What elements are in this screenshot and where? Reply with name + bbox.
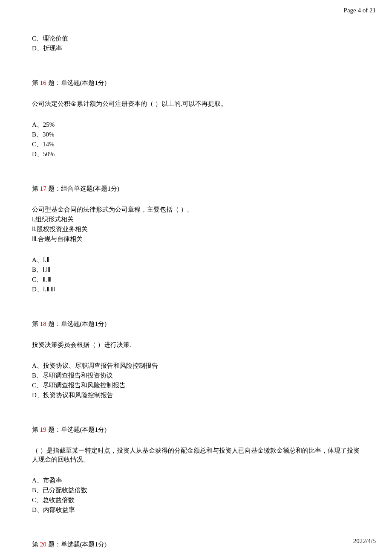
option-b: B、30%	[32, 130, 360, 139]
options-list: A、投资协议、尽职调查报告和风险控制报告 B、尽职调查报告和投资协议 C、尽职调…	[32, 361, 360, 400]
question-header: 第 17 题：组合单选题(本题1分)	[32, 184, 360, 193]
question-17: 第 17 题：组合单选题(本题1分) 公司型基金合同的法律形式为公司章程，主要包…	[32, 184, 360, 294]
q-number: 16	[40, 79, 46, 86]
q-prefix: 第	[32, 426, 40, 433]
option-d: D、Ⅰ.Ⅱ.Ⅲ	[32, 285, 360, 294]
q-suffix: 题：单选题(本题1分)	[46, 79, 107, 86]
question-header: 第 20 题：单选题(本题1分)	[32, 540, 360, 549]
question-header: 第 18 题：单选题(本题1分)	[32, 320, 360, 328]
option-c: C、理论价值	[32, 34, 360, 43]
q-suffix: 题：单选题(本题1分)	[46, 426, 107, 433]
options-list: A、市盈率 B、已分配收益倍数 C、总收益倍数 D、内部收益率	[32, 476, 360, 514]
question-16: 第 16 题：单选题(本题1分) 公司法定公积金累计额为公司注册资本的（ ）以上…	[32, 78, 360, 159]
q-prefix: 第	[32, 79, 40, 86]
question-stem: 公司型基金合同的法律形式为公司章程，主要包括（ ）。 Ⅰ.组织形式相关 Ⅱ.股权…	[32, 205, 360, 244]
option-b: B、Ⅰ.Ⅲ	[32, 265, 360, 274]
page-footer: 2022/4/5	[353, 537, 376, 546]
question-20: 第 20 题：单选题(本题1分) （ ）年，中共中央国务院发布了《关于加速科学技…	[32, 540, 360, 555]
q-number: 17	[40, 185, 46, 192]
options-list: A、Ⅰ.Ⅱ B、Ⅰ.Ⅲ C、Ⅱ.Ⅲ D、Ⅰ.Ⅱ.Ⅲ	[32, 256, 360, 294]
option-c: C、Ⅱ.Ⅲ	[32, 275, 360, 284]
page-header: Page 4 of 21	[344, 6, 376, 15]
stem-text: 公司型基金合同的法律形式为公司章程，主要包括（ ）。	[32, 205, 360, 214]
option-c: C、尽职调查报告和风险控制报告	[32, 381, 360, 390]
option-a: A、25%	[32, 120, 360, 129]
option-d: D、50%	[32, 150, 360, 159]
stem-text: 投资决策委员会根据（ ）进行决策.	[32, 340, 360, 349]
q-number: 19	[40, 426, 46, 433]
question-stem: （ ）是指截至某一特定时点，投资人从基金获得的分配金额总和与投资人已向基金缴款金…	[32, 446, 360, 464]
stem-text: Ⅰ.组织形式相关	[32, 215, 360, 224]
q-number: 20	[40, 541, 46, 548]
option-d: D、折现率	[32, 44, 360, 53]
options-list: A、25% B、30% C、14% D、50%	[32, 120, 360, 159]
page-number: Page 4 of 21	[344, 7, 376, 14]
stem-text: Ⅲ.合规与自律相关	[32, 235, 360, 244]
stem-text: （ ）是指截至某一特定时点，投资人从基金获得的分配金额总和与投资人已向基金缴款金…	[32, 446, 360, 464]
option-c: C、14%	[32, 140, 360, 149]
option-b: B、已分配收益倍数	[32, 486, 360, 495]
question-stem: 公司法定公积金累计额为公司注册资本的（ ）以上的,可以不再提取。	[32, 99, 360, 108]
question-stem: 投资决策委员会根据（ ）进行决策.	[32, 340, 360, 349]
question-header: 第 19 题：单选题(本题1分)	[32, 425, 360, 434]
question-19: 第 19 题：单选题(本题1分) （ ）是指截至某一特定时点，投资人从基金获得的…	[32, 425, 360, 514]
q-suffix: 题：组合单选题(本题1分)	[46, 185, 119, 192]
q-prefix: 第	[32, 541, 40, 548]
option-d: D、内部收益率	[32, 506, 360, 514]
option-a: A、Ⅰ.Ⅱ	[32, 256, 360, 264]
option-c: C、总收益倍数	[32, 496, 360, 505]
q-prefix: 第	[32, 185, 40, 192]
page-content: C、理论价值 D、折现率 第 16 题：单选题(本题1分) 公司法定公积金累计额…	[0, 0, 392, 555]
question-18: 第 18 题：单选题(本题1分) 投资决策委员会根据（ ）进行决策. A、投资协…	[32, 320, 360, 400]
q-suffix: 题：单选题(本题1分)	[46, 320, 107, 327]
q-suffix: 题：单选题(本题1分)	[46, 541, 107, 548]
option-b: B、尽职调查报告和投资协议	[32, 371, 360, 380]
footer-date: 2022/4/5	[353, 538, 376, 544]
q-number: 18	[40, 320, 46, 327]
question-header: 第 16 题：单选题(本题1分)	[32, 78, 360, 87]
option-d: D、投资协议和风险控制报告	[32, 391, 360, 400]
option-a: A、投资协议、尽职调查报告和风险控制报告	[32, 361, 360, 370]
option-a: A、市盈率	[32, 476, 360, 485]
stem-text: Ⅱ.股权投资业务相关	[32, 225, 360, 234]
stem-text: 公司法定公积金累计额为公司注册资本的（ ）以上的,可以不再提取。	[32, 99, 360, 108]
q-prefix: 第	[32, 320, 40, 327]
top-orphan-options: C、理论价值 D、折现率	[32, 34, 360, 53]
